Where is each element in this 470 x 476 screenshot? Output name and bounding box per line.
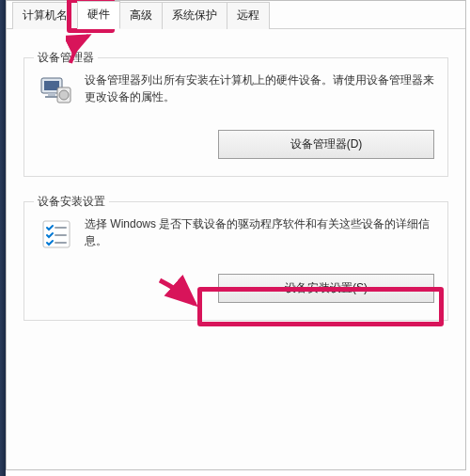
- svg-rect-2: [48, 93, 55, 96]
- tab-remote[interactable]: 远程: [227, 2, 270, 29]
- group-description: 选择 Windows 是否下载设备的驱动程序软件和有关这些设备的详细信息。: [85, 215, 434, 249]
- checklist-icon: [38, 215, 75, 253]
- group-title: 设备安装设置: [34, 194, 109, 210]
- tab-label: 硬件: [87, 8, 110, 21]
- group-device-manager: 设备管理器 设备管理器列出所有安装在计算机上的硬件设备。请使用设备管理器来更改设…: [24, 57, 448, 177]
- tab-system-protection[interactable]: 系统保护: [162, 2, 227, 29]
- group-description: 设备管理器列出所有安装在计算机上的硬件设备。请使用设备管理器来更改设备的属性。: [85, 71, 434, 105]
- tab-panel-hardware: 设备管理器 设备管理器列出所有安装在计算机上的硬件设备。请使用设备管理器来更改设…: [7, 29, 465, 362]
- button-label: 设备管理器(D): [290, 137, 363, 151]
- device-install-settings-button[interactable]: 设备安装设置(S): [218, 274, 434, 303]
- tab-label: 高级: [130, 8, 152, 22]
- tab-label: 计算机名: [23, 8, 68, 22]
- svg-point-5: [59, 90, 69, 100]
- group-device-install-settings: 设备安装设置: [24, 201, 448, 321]
- tab-hardware[interactable]: 硬件: [77, 1, 120, 29]
- tab-label: 系统保护: [172, 8, 217, 22]
- tab-computer-name[interactable]: 计算机名: [12, 2, 78, 29]
- system-properties-dialog: 计算机名 硬件 高级 系统保护 远程 设备管理器 设备: [6, 0, 466, 470]
- group-title: 设备管理器: [34, 50, 98, 66]
- tab-advanced[interactable]: 高级: [119, 2, 163, 29]
- button-label: 设备安装设置(S): [285, 281, 368, 294]
- tab-strip: 计算机名 硬件 高级 系统保护 远程: [7, 1, 465, 29]
- device-manager-button[interactable]: 设备管理器(D): [218, 130, 434, 159]
- device-manager-icon: [38, 71, 75, 109]
- svg-rect-3: [45, 96, 58, 98]
- tab-label: 远程: [237, 8, 259, 22]
